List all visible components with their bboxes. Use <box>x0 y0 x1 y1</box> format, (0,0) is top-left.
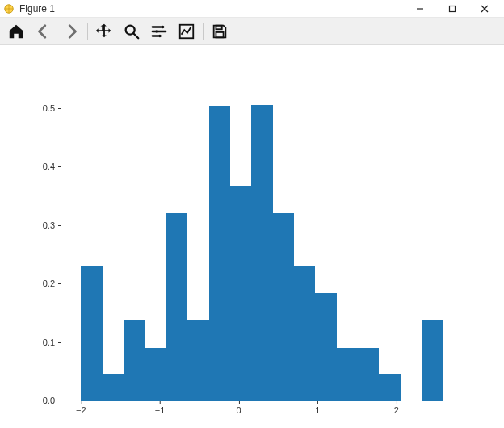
histogram-bar <box>166 213 187 401</box>
pan-button[interactable] <box>93 20 116 43</box>
toolbar-separator <box>203 23 204 40</box>
histogram-bar <box>209 106 230 401</box>
x-tick-label: 2 <box>394 401 399 415</box>
histogram-bar <box>358 348 379 401</box>
histogram-bar <box>315 293 336 401</box>
histogram-bar <box>124 320 145 401</box>
histogram-bar <box>187 320 208 401</box>
histogram-bar <box>81 266 102 401</box>
histogram-bar <box>230 186 251 401</box>
svg-point-7 <box>162 25 165 28</box>
forward-button[interactable] <box>60 20 82 43</box>
titlebar: Figure 1 <box>0 0 504 18</box>
svg-rect-11 <box>216 25 221 29</box>
svg-point-8 <box>155 30 158 33</box>
close-button[interactable] <box>468 0 501 18</box>
x-tick-label: −2 <box>76 401 86 415</box>
toolbar-separator <box>87 23 88 40</box>
svg-rect-2 <box>450 6 456 11</box>
svg-line-6 <box>134 33 139 38</box>
save-button[interactable] <box>208 20 231 43</box>
back-button[interactable] <box>32 20 55 43</box>
histogram-bar <box>422 320 443 401</box>
y-tick-label: 0.3 <box>43 220 61 230</box>
svg-rect-12 <box>216 31 223 36</box>
subplots-button[interactable] <box>148 20 170 43</box>
svg-point-9 <box>158 34 162 37</box>
chart-axes: 0.00.10.20.30.40.5−2−1012 <box>61 90 460 401</box>
histogram-bar <box>294 266 315 401</box>
histogram-bar <box>103 374 124 401</box>
x-tick-label: −1 <box>155 401 166 415</box>
y-tick-label: 0.1 <box>43 338 61 347</box>
histogram-bar <box>251 105 272 401</box>
histogram-bar <box>273 213 294 401</box>
y-tick-label: 0.5 <box>43 103 61 113</box>
plot-area: 0.00.10.20.30.40.5−2−1012 <box>0 45 504 428</box>
y-tick-label: 0.0 <box>43 396 61 405</box>
minimize-button[interactable] <box>404 0 436 18</box>
home-button[interactable] <box>5 20 27 43</box>
window-title: Figure 1 <box>19 3 55 15</box>
x-tick-label: 1 <box>315 401 320 415</box>
maximize-button[interactable] <box>436 0 468 18</box>
edit-axis-button[interactable] <box>175 20 198 43</box>
y-tick-label: 0.4 <box>43 162 61 171</box>
toolbar <box>0 18 504 45</box>
histogram-bars <box>61 90 460 401</box>
x-tick-label: 0 <box>237 401 242 415</box>
app-icon <box>3 3 15 15</box>
histogram-bar <box>379 374 400 401</box>
histogram-bar <box>337 348 358 401</box>
histogram-bar <box>145 348 166 401</box>
y-tick-label: 0.2 <box>43 279 61 288</box>
zoom-button[interactable] <box>120 20 143 43</box>
